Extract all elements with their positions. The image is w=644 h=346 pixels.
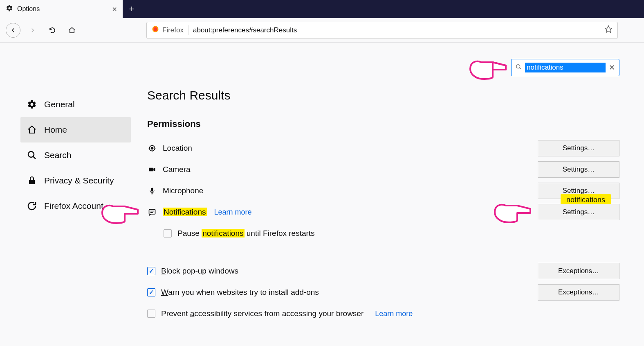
clear-search-icon[interactable]: ✕ [609, 63, 615, 72]
permission-row-microphone: Microphone Settings… notifications [147, 181, 619, 201]
page-title: Search Results [147, 88, 619, 102]
checkbox-label: Warn you when websites try to install ad… [161, 288, 319, 297]
learn-more-link[interactable]: Learn more [214, 208, 252, 217]
new-tab-button[interactable]: + [123, 0, 141, 18]
reload-button[interactable] [45, 23, 60, 38]
nav-buttons [6, 23, 79, 38]
prevent-a11y-row: Prevent accessibility services from acce… [147, 304, 619, 323]
tab-title: Options [17, 5, 40, 13]
section-title: Permissions [147, 119, 619, 129]
sidebar-item-search[interactable]: Search [20, 142, 131, 168]
content: notifications ✕ Search Results Permissio… [147, 51, 644, 325]
settings-button-notifications[interactable]: Settings… [538, 204, 619, 220]
checkbox-label: Block pop-up windows [161, 267, 238, 276]
sidebar-item-home[interactable]: Home [20, 117, 131, 142]
svg-point-6 [151, 147, 153, 149]
search-icon [516, 64, 522, 71]
annotation-hand-icon [468, 57, 509, 82]
sidebar-item-label: Home [44, 125, 67, 135]
camera-icon [147, 165, 157, 174]
firefox-icon [152, 25, 159, 35]
sidebar-item-label: Firefox Account [44, 201, 103, 211]
pause-notifications-checkbox[interactable] [164, 229, 172, 237]
prevent-a11y-checkbox[interactable] [147, 310, 155, 318]
gear-icon [6, 5, 13, 14]
sidebar-item-label: Privacy & Security [44, 176, 114, 185]
main: General Home Search Privacy & Security F… [0, 43, 644, 325]
exceptions-button-popup[interactable]: Exceptions… [538, 263, 619, 279]
settings-button-microphone[interactable]: Settings… notifications [538, 183, 619, 199]
permission-row-location: Location Settings… [147, 138, 619, 158]
notification-icon [147, 208, 157, 216]
forward-button[interactable] [25, 23, 40, 38]
checkbox-label: Prevent accessibility services from acce… [161, 309, 364, 318]
home-button[interactable] [65, 23, 79, 38]
permission-row-notifications: Notifications Learn more Settings… [147, 202, 619, 222]
svg-rect-9 [149, 209, 155, 214]
sidebar-item-firefox-account[interactable]: Firefox Account [20, 193, 131, 219]
settings-button-location[interactable]: Settings… [538, 140, 619, 156]
address-bar[interactable]: Firefox about:preferences#searchResults [146, 22, 618, 39]
permission-label: Notifications [163, 208, 207, 217]
exceptions-button-addons[interactable]: Exceptions… [538, 284, 619, 301]
url-text: about:preferences#searchResults [193, 26, 600, 34]
sidebar-item-label: Search [44, 150, 72, 160]
svg-rect-8 [151, 188, 153, 192]
sidebar-item-general[interactable]: General [20, 92, 131, 117]
permission-label: Camera [163, 165, 191, 174]
svg-point-1 [154, 27, 157, 31]
identity-box[interactable]: Firefox [152, 25, 189, 35]
settings-button-camera[interactable]: Settings… [538, 161, 619, 178]
location-icon [147, 144, 157, 152]
checkbox-label: Pause notifications until Firefox restar… [177, 229, 315, 238]
svg-point-4 [516, 65, 520, 68]
warn-addons-checkbox[interactable] [147, 288, 155, 296]
pause-notifications-row: Pause notifications until Firefox restar… [147, 224, 619, 243]
identity-label: Firefox [162, 26, 184, 34]
back-button[interactable] [6, 23, 20, 38]
svg-point-3 [28, 152, 34, 157]
microphone-icon [147, 187, 157, 195]
svg-rect-7 [149, 168, 154, 171]
learn-more-link[interactable]: Learn more [375, 310, 413, 318]
block-popup-checkbox[interactable] [147, 267, 155, 275]
options-search-box[interactable]: notifications ✕ [511, 59, 619, 76]
bookmark-star-icon[interactable] [604, 25, 613, 35]
toolbar: Firefox about:preferences#searchResults [0, 18, 644, 43]
close-tab-icon[interactable]: × [112, 5, 117, 14]
permission-label: Location [163, 144, 192, 153]
warn-addons-row: Warn you when websites try to install ad… [147, 283, 619, 302]
svg-marker-2 [605, 26, 612, 33]
sidebar: General Home Search Privacy & Security F… [0, 51, 147, 325]
block-popup-row: Block pop-up windows Exceptions… [147, 261, 619, 281]
button-label: Settings… [563, 187, 595, 195]
search-query-text: notifications [525, 63, 606, 72]
sidebar-item-label: General [44, 100, 75, 109]
sidebar-item-privacy[interactable]: Privacy & Security [20, 168, 131, 193]
permission-row-camera: Camera Settings… [147, 160, 619, 179]
tab-strip: Options × + [0, 0, 644, 18]
annotation-hand-icon [493, 200, 534, 226]
permission-label: Microphone [163, 186, 203, 195]
tab-options[interactable]: Options × [0, 0, 123, 18]
